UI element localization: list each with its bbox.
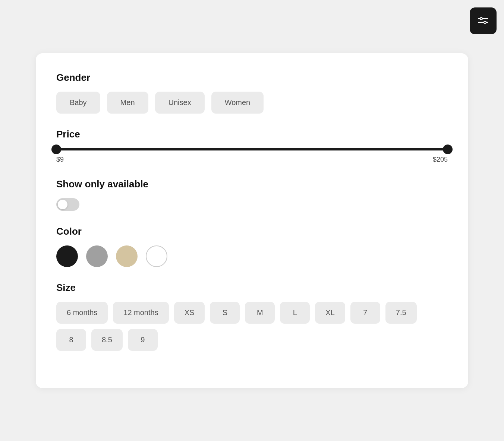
gender-section: Gender Baby Men Unisex Women	[56, 72, 448, 114]
toggle-container	[56, 198, 448, 211]
price-slider-track[interactable]	[56, 148, 448, 150]
size-7-5-button[interactable]: 7.5	[385, 302, 417, 324]
color-gray-button[interactable]	[86, 245, 108, 267]
color-title: Color	[56, 226, 448, 237]
show-available-title: Show only available	[56, 178, 448, 190]
sliders-icon	[477, 15, 489, 27]
size-12months-button[interactable]: 12 months	[113, 302, 168, 324]
page-wrapper: Gender Baby Men Unisex Women Price $9 $2…	[0, 0, 504, 441]
gender-buttons-group: Baby Men Unisex Women	[56, 92, 448, 114]
price-title: Price	[56, 129, 448, 140]
size-row-1: 6 months 12 months XS S M L XL 7 7.5	[56, 302, 448, 324]
price-slider-thumb-left[interactable]	[51, 145, 61, 154]
size-title: Size	[56, 282, 448, 294]
size-m-button[interactable]: M	[245, 302, 275, 324]
size-8-5-button[interactable]: 8.5	[91, 329, 123, 351]
gender-unisex-button[interactable]: Unisex	[155, 92, 205, 114]
gender-women-button[interactable]: Women	[211, 92, 264, 114]
available-toggle[interactable]	[56, 198, 79, 211]
toggle-track	[56, 198, 79, 211]
size-6months-button[interactable]: 6 months	[56, 302, 108, 324]
color-beige-button[interactable]	[116, 245, 138, 267]
size-xl-button[interactable]: XL	[315, 302, 345, 324]
price-max-label: $205	[433, 156, 448, 164]
price-range-container: $9 $205	[56, 148, 448, 164]
color-circles-group	[56, 245, 448, 267]
size-l-button[interactable]: L	[280, 302, 310, 324]
gender-men-button[interactable]: Men	[107, 92, 148, 114]
price-section: Price $9 $205	[56, 129, 448, 164]
size-row-2: 8 8.5 9	[56, 329, 448, 351]
price-labels: $9 $205	[56, 156, 448, 164]
color-section: Color	[56, 226, 448, 267]
size-7-button[interactable]: 7	[350, 302, 380, 324]
size-8-button[interactable]: 8	[56, 329, 86, 351]
color-black-button[interactable]	[56, 245, 78, 267]
show-available-section: Show only available	[56, 178, 448, 211]
size-xs-button[interactable]: XS	[174, 302, 205, 324]
svg-point-3	[480, 18, 482, 20]
filter-icon-button[interactable]	[470, 7, 497, 34]
size-section: Size 6 months 12 months XS S M L XL 7 7.…	[56, 282, 448, 351]
toggle-thumb	[58, 200, 67, 209]
filter-panel: Gender Baby Men Unisex Women Price $9 $2…	[36, 53, 468, 388]
price-slider-thumb-right[interactable]	[443, 145, 453, 154]
size-s-button[interactable]: S	[210, 302, 240, 324]
price-min-label: $9	[56, 156, 64, 164]
svg-point-4	[484, 21, 486, 23]
gender-title: Gender	[56, 72, 448, 83]
color-white-button[interactable]	[146, 245, 167, 267]
gender-baby-button[interactable]: Baby	[56, 92, 100, 114]
size-9-button[interactable]: 9	[128, 329, 158, 351]
